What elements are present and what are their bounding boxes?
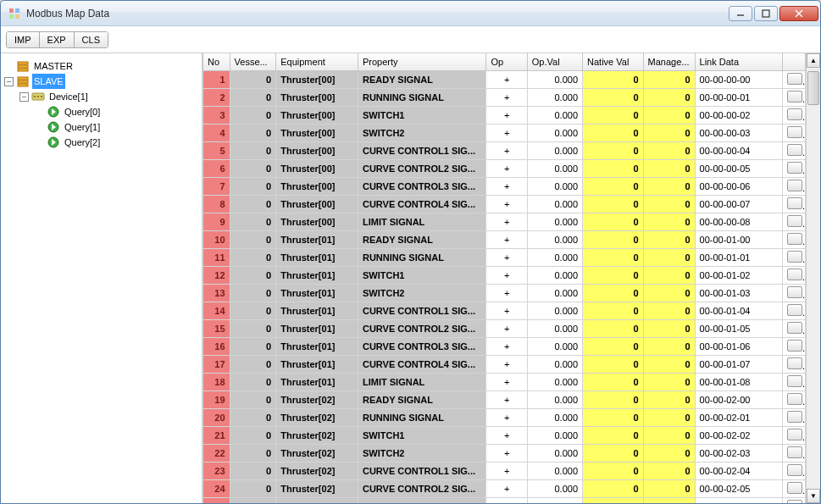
table-row[interactable]: 21 0 Thruster[02] SWITCH1 + 0.000 0 0 00… <box>203 426 806 444</box>
table-row[interactable]: 2 0 Thruster[00] RUNNING SIGNAL + 0.000 … <box>203 88 806 106</box>
row-action-button[interactable] <box>787 429 802 440</box>
col-header-vessel[interactable]: Vesse... <box>230 53 276 70</box>
tree-node-query-1[interactable]: Query[1] <box>35 119 198 135</box>
table-row[interactable]: 3 0 Thruster[00] SWITCH1 + 0.000 0 0 00-… <box>203 106 806 124</box>
import-button[interactable]: IMP <box>7 32 40 47</box>
table-row[interactable]: 14 0 Thruster[01] CURVE CONTROL1 SIG... … <box>203 302 806 319</box>
scroll-thumb[interactable] <box>807 71 819 105</box>
table-row[interactable]: 12 0 Thruster[01] SWITCH1 + 0.000 0 0 00… <box>203 266 806 284</box>
table-row[interactable]: 7 0 Thruster[00] CURVE CONTROL3 SIG... +… <box>203 177 806 195</box>
cell-no: 18 <box>203 373 230 390</box>
col-header-btn[interactable] <box>782 53 805 70</box>
table-row[interactable]: 24 0 Thruster[02] CURVE CONTROL2 SIG... … <box>203 479 806 497</box>
col-header-link[interactable]: Link Data <box>695 53 782 70</box>
table-row[interactable]: 8 0 Thruster[00] CURVE CONTROL4 SIG... +… <box>203 195 806 213</box>
cell-vessel: 0 <box>230 479 276 497</box>
row-action-button[interactable] <box>787 464 802 476</box>
cell-native: 0 <box>583 373 644 390</box>
row-action-button[interactable] <box>787 269 802 280</box>
maximize-button[interactable] <box>754 6 778 21</box>
row-action-button[interactable] <box>787 91 802 102</box>
row-action-button[interactable] <box>787 322 802 334</box>
vertical-scrollbar[interactable]: ▲ ▼ <box>806 53 820 503</box>
cell-op: + <box>486 426 527 444</box>
table-row[interactable]: 11 0 Thruster[01] RUNNING SIGNAL + 0.000… <box>203 248 806 266</box>
col-header-equipment[interactable]: Equipment <box>276 53 358 70</box>
row-action-button[interactable] <box>787 375 802 387</box>
row-action-button[interactable] <box>787 411 802 423</box>
table-row[interactable]: 15 0 Thruster[01] CURVE CONTROL2 SIG... … <box>203 319 806 337</box>
col-header-native[interactable]: Native Val <box>583 53 644 70</box>
row-action-button[interactable] <box>787 215 802 227</box>
table-row[interactable]: 16 0 Thruster[01] CURVE CONTROL3 SIG... … <box>203 337 806 355</box>
tree-node-device[interactable]: − Device[1] <box>19 89 198 104</box>
table-row[interactable]: 20 0 Thruster[02] RUNNING SIGNAL + 0.000… <box>203 408 806 426</box>
row-action-button[interactable] <box>787 340 802 352</box>
table-row[interactable]: 22 0 Thruster[02] SWITCH2 + 0.000 0 0 00… <box>203 444 806 462</box>
query-icon <box>47 105 60 119</box>
cell-equipment: Thruster[01] <box>276 355 358 373</box>
table-row[interactable]: 18 0 Thruster[01] LIMIT SIGNAL + 0.000 0… <box>203 373 806 390</box>
cell-no: 3 <box>203 106 230 124</box>
row-action-button[interactable] <box>787 180 802 191</box>
row-action-button[interactable] <box>787 482 802 494</box>
table-row[interactable]: 17 0 Thruster[01] CURVE CONTROL4 SIG... … <box>203 355 806 373</box>
cell-action <box>782 124 805 141</box>
tree-node-slave[interactable]: − SLAVE <box>4 74 198 89</box>
row-action-button[interactable] <box>787 304 802 316</box>
cell-vessel: 0 <box>230 444 276 462</box>
table-row[interactable]: 10 0 Thruster[01] READY SIGNAL + 0.000 0… <box>203 230 806 248</box>
cell-link: 00-00-01-02 <box>695 266 782 284</box>
expander-slave[interactable]: − <box>4 77 14 86</box>
tree-node-master[interactable]: MASTER <box>4 58 198 74</box>
cell-vessel: 0 <box>230 88 276 106</box>
col-header-op[interactable]: Op <box>486 53 527 70</box>
cell-native: 0 <box>583 479 644 497</box>
export-button[interactable]: EXP <box>40 32 75 47</box>
close-button[interactable] <box>779 6 818 21</box>
table-row[interactable]: 19 0 Thruster[02] READY SIGNAL + 0.000 0… <box>203 390 806 408</box>
col-header-manage[interactable]: Manage... <box>643 53 695 70</box>
table-row[interactable]: 13 0 Thruster[01] SWITCH2 + 0.000 0 0 00… <box>203 284 806 302</box>
table-row[interactable]: 6 0 Thruster[00] CURVE CONTROL2 SIG... +… <box>203 159 806 177</box>
table-row[interactable]: 1 0 Thruster[00] READY SIGNAL + 0.000 0 … <box>203 70 806 88</box>
row-action-button[interactable] <box>787 446 802 458</box>
tree-node-query-0[interactable]: Query[0] <box>35 104 198 119</box>
tree-node-query-2[interactable]: Query[2] <box>35 135 198 150</box>
row-action-button[interactable] <box>787 393 802 405</box>
tree-pane[interactable]: MASTER − SLAVE − Device[ <box>1 53 202 503</box>
minimize-button[interactable] <box>729 6 752 21</box>
row-action-button[interactable] <box>787 108 802 120</box>
svg-rect-2 <box>9 14 14 19</box>
col-header-opval[interactable]: Op.Val <box>527 53 582 70</box>
table-row[interactable]: 4 0 Thruster[00] SWITCH2 + 0.000 0 0 00-… <box>203 124 806 141</box>
scroll-up-button[interactable]: ▲ <box>807 53 820 68</box>
table-row[interactable]: 25 0 Thruster[02] CURVE CONTROL3 SIG... … <box>203 497 806 503</box>
row-action-button[interactable] <box>787 286 802 298</box>
expander-device[interactable]: − <box>19 92 29 102</box>
table-row[interactable]: 5 0 Thruster[00] CURVE CONTROL1 SIG... +… <box>203 141 806 159</box>
table-row[interactable]: 23 0 Thruster[02] CURVE CONTROL1 SIG... … <box>203 462 806 479</box>
col-header-no[interactable]: No <box>203 53 230 70</box>
row-action-button[interactable] <box>787 500 802 504</box>
row-action-button[interactable] <box>787 126 802 138</box>
row-action-button[interactable] <box>787 144 802 156</box>
scroll-track[interactable] <box>807 68 820 489</box>
col-header-property[interactable]: Property <box>358 53 485 70</box>
row-action-button[interactable] <box>787 197 802 209</box>
row-action-button[interactable] <box>787 357 802 369</box>
data-grid[interactable]: No Vesse... Equipment Property Op Op.Val… <box>202 53 806 503</box>
row-action-button[interactable] <box>787 73 802 85</box>
table-row[interactable]: 9 0 Thruster[00] LIMIT SIGNAL + 0.000 0 … <box>203 213 806 230</box>
cell-equipment: Thruster[01] <box>276 284 358 302</box>
cell-opval: 0.000 <box>527 70 582 88</box>
cell-native: 0 <box>583 230 644 248</box>
scroll-down-button[interactable]: ▼ <box>807 489 820 503</box>
row-action-button[interactable] <box>787 162 802 174</box>
cell-opval: 0.000 <box>527 408 582 426</box>
clear-button[interactable]: CLS <box>75 32 108 47</box>
cell-vessel: 0 <box>230 159 276 177</box>
titlebar[interactable]: Modbus Map Data <box>1 1 820 26</box>
row-action-button[interactable] <box>787 233 802 245</box>
row-action-button[interactable] <box>787 251 802 263</box>
